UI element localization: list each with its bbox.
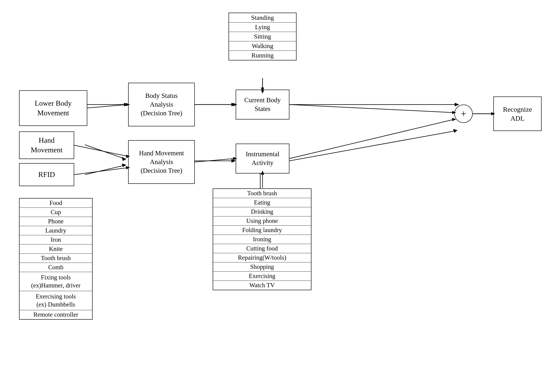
instrumental-label: InstrumentalActivity [246,150,279,167]
svg-line-21 [87,105,127,108]
list-item: Folding laundry [213,226,311,235]
list-item: Remote controller [20,310,92,319]
list-item: Laundry [20,226,92,235]
rfid-items-list: Food Cup Phone Laundry Iron Knite Tooth … [19,198,93,320]
list-item: Phone [20,217,92,226]
hand-analysis-label: Hand MovementAnalysis(Decision Tree) [139,149,184,175]
svg-line-29 [74,168,127,175]
list-item: Cutting food [213,244,311,253]
svg-marker-5 [455,103,459,106]
lower-body-movement-box: Lower Body Movement [19,90,87,126]
list-item: Using phone [213,217,311,226]
recognize-adl-box: RecognizeADL [493,97,542,131]
lower-body-label: Lower Body Movement [35,98,72,118]
rfid-label: RFID [38,170,55,179]
hand-movement-label: HandMovement [31,136,63,155]
rfid-box: RFID [19,163,74,186]
recognize-adl-label: RecognizeADL [503,105,532,123]
svg-marker-8 [122,157,126,161]
list-item: Lying [229,22,296,32]
list-item: Watch TV [213,281,311,290]
list-item: Tooth brush [20,254,92,263]
current-body-label: Current BodyStates [244,96,281,113]
svg-marker-12 [232,159,236,162]
list-item: Fixing tools(ex)Hammer, driver [20,272,92,291]
list-item: Tooth brush [213,189,311,198]
list-item: Comb [20,263,92,272]
plus-symbol: + [461,108,466,119]
list-item: Exercising [213,272,311,281]
svg-line-25 [289,105,454,112]
list-item: Ironing [213,235,311,244]
list-item: Standing [229,13,296,22]
current-body-states-box: Current BodyStates [236,90,289,119]
svg-line-31 [195,159,235,162]
body-states-list: Standing Lying Sitting Walking Running [229,13,297,60]
svg-marker-10 [122,164,126,167]
svg-marker-3 [232,103,236,106]
hand-movement-box: HandMovement [19,132,74,159]
activities-list: Tooth brush Eating Drinking Using phone … [213,189,312,290]
list-item: Drinking [213,207,311,217]
list-item: Food [20,198,92,208]
list-item: Running [229,51,296,60]
svg-marker-14 [453,129,457,133]
svg-marker-1 [124,103,128,106]
svg-line-13 [289,131,455,161]
list-item: Iron [20,235,92,245]
list-item: Repairing(W/tools) [213,253,311,262]
svg-line-33 [289,119,454,159]
svg-line-7 [85,145,124,159]
svg-line-27 [74,145,127,156]
plus-circle: + [454,105,473,123]
svg-line-9 [85,165,124,175]
list-item: Knite [20,245,92,254]
list-item: Shopping [213,262,311,272]
list-item: Cup [20,208,92,217]
list-item: Sitting [229,32,296,41]
hand-analysis-box: Hand MovementAnalysis(Decision Tree) [128,140,195,184]
list-item: Walking [229,41,296,51]
list-item: Exercising tools(ex) Dumbbells [20,291,92,310]
body-status-label: Body StatusAnalysis(Decision Tree) [141,91,182,117]
body-status-analysis-box: Body StatusAnalysis(Decision Tree) [128,83,195,126]
instrumental-activity-box: InstrumentalActivity [236,144,289,174]
list-item: Eating [213,198,311,207]
